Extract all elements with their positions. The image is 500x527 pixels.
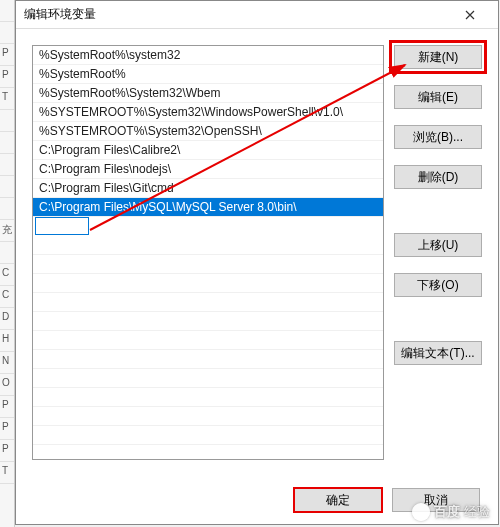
list-item[interactable]: C:\Program Files\nodejs\	[33, 160, 383, 179]
edit-text-button[interactable]: 编辑文本(T)...	[394, 341, 482, 365]
watermark-brand: 百度	[434, 503, 460, 521]
new-entry-input[interactable]	[35, 217, 89, 235]
close-button[interactable]	[450, 2, 490, 28]
new-button[interactable]: 新建(N)	[394, 45, 482, 69]
title-bar: 编辑环境变量	[16, 1, 498, 29]
list-item-selected[interactable]: C:\Program Files\MySQL\MySQL Server 8.0\…	[33, 198, 383, 217]
edit-button[interactable]: 编辑(E)	[394, 85, 482, 109]
browse-button[interactable]: 浏览(B)...	[394, 125, 482, 149]
list-item[interactable]: %SystemRoot%	[33, 65, 383, 84]
path-listbox[interactable]: %SystemRoot%\system32 %SystemRoot% %Syst…	[32, 45, 384, 460]
baidu-paw-icon	[412, 503, 430, 521]
list-item[interactable]: %SystemRoot%\system32	[33, 46, 383, 65]
ok-button[interactable]: 确定	[294, 488, 382, 512]
window-title: 编辑环境变量	[24, 6, 450, 23]
move-down-button[interactable]: 下移(O)	[394, 273, 482, 297]
list-item[interactable]: %SYSTEMROOT%\System32\WindowsPowerShell\…	[33, 103, 383, 122]
list-item[interactable]: C:\Program Files\Git\cmd	[33, 179, 383, 198]
list-item[interactable]: C:\Program Files\Calibre2\	[33, 141, 383, 160]
watermark-sub: 经验	[464, 503, 490, 521]
move-up-button[interactable]: 上移(U)	[394, 233, 482, 257]
background-window-strip: PPT充CCDHNOPPPT	[0, 0, 15, 527]
button-column: 新建(N) 编辑(E) 浏览(B)... 删除(D) 上移(U) 下移(O) 编…	[394, 45, 482, 478]
list-item[interactable]: %SYSTEMROOT%\System32\OpenSSH\	[33, 122, 383, 141]
list-item[interactable]: %SystemRoot%\System32\Wbem	[33, 84, 383, 103]
delete-button[interactable]: 删除(D)	[394, 165, 482, 189]
watermark: 百度 经验	[412, 503, 490, 521]
env-var-dialog: 编辑环境变量 %SystemRoot%\system32 %SystemRoot…	[15, 0, 499, 525]
